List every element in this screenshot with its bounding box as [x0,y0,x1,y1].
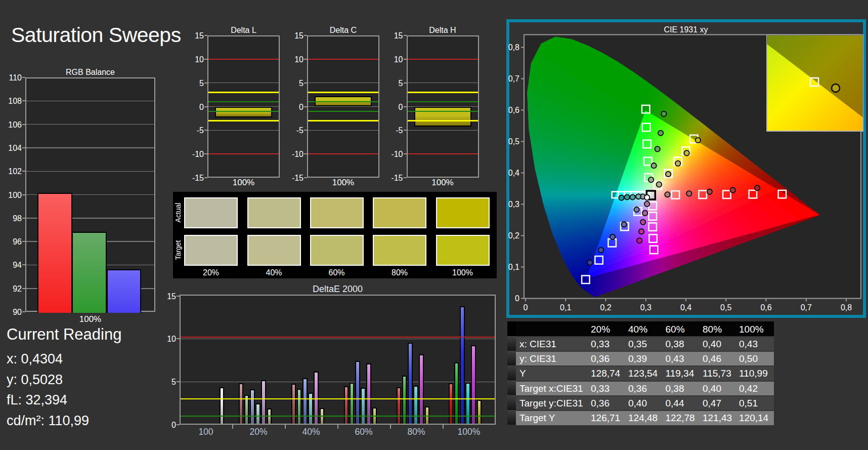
svg-text:0,4: 0,4 [680,303,691,312]
svg-text:0,7: 0,7 [508,74,519,83]
svg-text:0,2: 0,2 [508,231,519,240]
svg-text:CIE 1931 xy: CIE 1931 xy [664,25,708,34]
svg-text:0,6: 0,6 [760,303,771,312]
svg-text:0,7: 0,7 [801,303,812,312]
svg-text:0,5: 0,5 [508,137,519,146]
svg-text:0,3: 0,3 [508,200,519,209]
svg-text:0,4: 0,4 [508,169,519,177]
svg-text:0: 0 [524,303,528,312]
svg-text:0,1: 0,1 [560,303,571,312]
svg-text:0,6: 0,6 [508,106,519,114]
svg-text:0,1: 0,1 [508,263,519,271]
svg-text:0: 0 [515,294,519,303]
svg-text:0,5: 0,5 [720,303,731,312]
svg-text:0,2: 0,2 [600,303,611,312]
svg-text:0,3: 0,3 [640,303,652,312]
svg-text:0,8: 0,8 [841,303,852,312]
svg-text:0,8: 0,8 [508,43,519,52]
